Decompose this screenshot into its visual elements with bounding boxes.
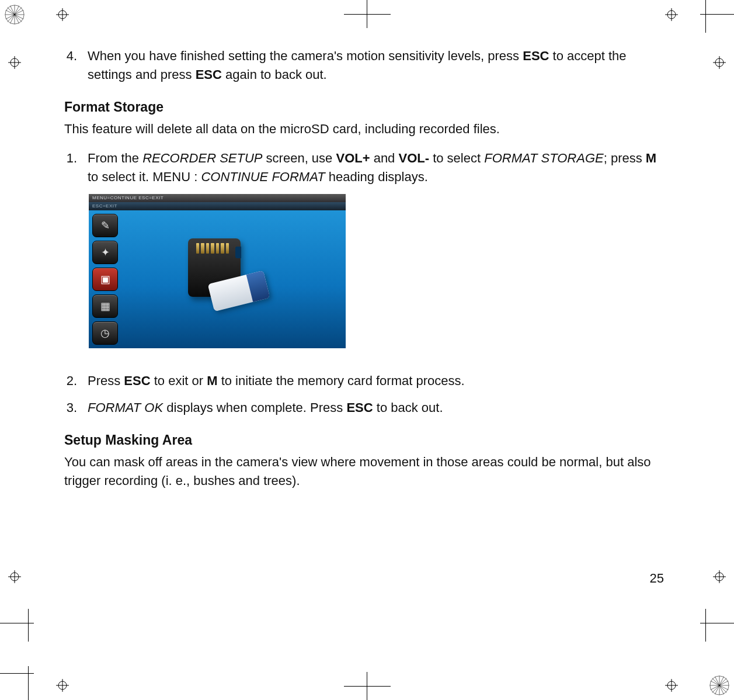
clock-icon: ◷ <box>92 321 118 345</box>
screenshot-center-graphic <box>176 234 270 321</box>
motion-icon: ✦ <box>92 241 118 264</box>
printmark-starburst-tl <box>4 4 26 26</box>
screenshot-subbar: ESC=EXIT <box>89 202 346 210</box>
printmark-corner <box>693 0 734 33</box>
item-text: Press ESC to exit or M to initiate the m… <box>88 372 660 390</box>
mask-icon: ▦ <box>92 294 118 318</box>
list-item: 1. From the RECORDER SETUP screen, use V… <box>64 149 660 186</box>
item-text: FORMAT OK displays when complete. Press … <box>88 398 660 417</box>
item-number: 2. <box>64 372 88 390</box>
printmark-reg <box>713 56 726 69</box>
paragraph: This feature will delete all data on the… <box>64 120 660 138</box>
screenshot-body: ✎ ✦ ▣ ▦ ◷ <box>89 210 346 348</box>
heading-format-storage: Format Storage <box>64 99 660 115</box>
printmark-reg <box>56 8 69 21</box>
printmark-reg <box>713 570 726 583</box>
printmark-cross-bottom <box>344 672 391 700</box>
item-number: 4. <box>64 47 88 84</box>
screenshot-titlebar: MENU=CONTINUE ESC=EXIT <box>89 194 346 202</box>
list-item: 4. When you have finished setting the ca… <box>64 47 660 84</box>
screenshot-format-storage: MENU=CONTINUE ESC=EXIT ESC=EXIT ✎ ✦ ▣ ▦ … <box>89 194 346 348</box>
printmark-reg <box>665 679 678 692</box>
list-item: 2. Press ESC to exit or M to initiate th… <box>64 372 660 390</box>
printmark-corner <box>0 659 41 700</box>
printmark-starburst-br <box>708 674 730 696</box>
printmark-reg <box>8 56 21 69</box>
edit-icon: ✎ <box>92 214 118 237</box>
screenshot-sidebar: ✎ ✦ ▣ ▦ ◷ <box>92 214 120 348</box>
printmark-reg <box>665 8 678 21</box>
paragraph: You can mask off areas in the camera's v… <box>64 453 660 490</box>
page-number: 25 <box>650 571 664 586</box>
printmark-cross-top <box>344 0 391 28</box>
storage-icon: ▣ <box>92 268 118 291</box>
item-text: When you have finished setting the camer… <box>88 47 660 84</box>
heading-masking-area: Setup Masking Area <box>64 432 660 448</box>
item-number: 3. <box>64 398 88 417</box>
printmark-reg <box>56 679 69 692</box>
printmark-reg <box>8 570 21 583</box>
list-item: 3. FORMAT OK displays when complete. Pre… <box>64 398 660 417</box>
page-content: 4. When you have finished setting the ca… <box>53 41 672 501</box>
printmark-corner <box>0 609 41 642</box>
item-number: 1. <box>64 149 88 186</box>
item-text: From the RECORDER SETUP screen, use VOL+… <box>88 149 660 186</box>
printmark-corner <box>693 609 734 642</box>
